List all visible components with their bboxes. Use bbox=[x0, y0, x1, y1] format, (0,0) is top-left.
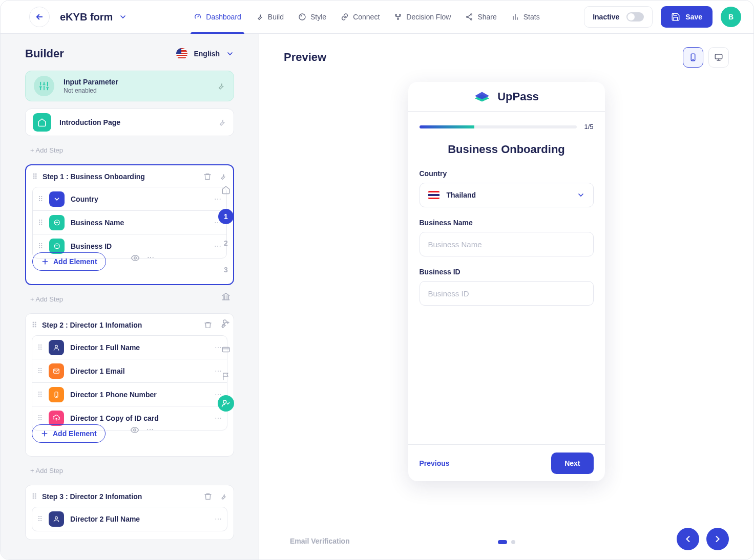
tab-label: Build bbox=[268, 13, 284, 21]
trash-icon[interactable] bbox=[204, 492, 212, 501]
tab-dashboard[interactable]: Dashboard bbox=[194, 1, 241, 34]
drag-icon[interactable]: ⠿ bbox=[37, 391, 43, 399]
stats-icon bbox=[511, 13, 519, 21]
tab-share[interactable]: Share bbox=[465, 1, 496, 34]
plus-icon bbox=[40, 429, 49, 438]
carousel-prev-button[interactable] bbox=[677, 528, 699, 550]
country-select[interactable]: Thailand bbox=[420, 183, 594, 207]
bizid-input[interactable] bbox=[420, 281, 594, 306]
element-director1-name[interactable]: ⠿ Director 1 Full Name ⋯ bbox=[32, 336, 227, 359]
save-button[interactable]: Save bbox=[661, 6, 713, 28]
bottom-caption: Email Verification bbox=[290, 537, 350, 545]
mini-step-3[interactable]: 3 bbox=[218, 262, 234, 277]
mini-user-check[interactable] bbox=[218, 395, 234, 412]
trash-icon[interactable] bbox=[204, 321, 212, 329]
gear-icon[interactable] bbox=[219, 173, 227, 181]
speedometer-icon bbox=[194, 13, 202, 21]
add-step-button[interactable]: + Add Step bbox=[25, 464, 234, 478]
avatar-letter: B bbox=[728, 13, 734, 21]
drag-icon[interactable]: ⠿ bbox=[37, 367, 43, 375]
upload-icon bbox=[49, 411, 64, 426]
step-card-1[interactable]: ⠿ Step 1 : Business Onboarding ⠿ Country bbox=[25, 164, 234, 285]
previous-button[interactable]: Previous bbox=[420, 459, 450, 467]
progress-bar bbox=[420, 125, 577, 128]
mini-flag[interactable] bbox=[218, 369, 234, 384]
element-country[interactable]: ⠿ Country ⋯ bbox=[33, 187, 226, 211]
plus-icon bbox=[41, 257, 49, 266]
back-button[interactable] bbox=[29, 7, 50, 27]
bizname-input[interactable] bbox=[420, 232, 594, 256]
brand-logo-icon bbox=[474, 91, 490, 102]
chat-icon bbox=[49, 239, 65, 254]
device-desktop-button[interactable] bbox=[708, 47, 729, 68]
element-director1-email[interactable]: ⠿ Director 1 Email ⋯ bbox=[32, 359, 227, 383]
eye-icon[interactable] bbox=[130, 425, 139, 435]
flag-us-icon bbox=[176, 48, 187, 59]
avatar[interactable]: B bbox=[721, 7, 741, 27]
gear-icon[interactable] bbox=[219, 492, 227, 501]
input-param-subtitle: Not enabled bbox=[64, 87, 118, 94]
drag-icon[interactable]: ⠿ bbox=[32, 492, 37, 501]
mini-card[interactable] bbox=[218, 342, 234, 357]
element-business-name[interactable]: ⠿ Business Name ⋯ bbox=[33, 211, 226, 234]
form-title[interactable]: eKYB form bbox=[60, 11, 127, 23]
tab-connect[interactable]: Connect bbox=[341, 1, 380, 34]
country-value: Thailand bbox=[447, 191, 476, 199]
drag-icon[interactable]: ⠿ bbox=[38, 219, 43, 227]
next-button[interactable]: Next bbox=[551, 453, 593, 474]
more-icon[interactable]: ⋯ bbox=[147, 253, 154, 263]
form-title-text: eKYB form bbox=[60, 11, 113, 23]
step-card-3[interactable]: ⠿ Step 3 : Director 2 Infomation ⠿ Direc… bbox=[25, 485, 234, 540]
carousel-dots bbox=[498, 540, 515, 544]
more-icon[interactable]: ⋯ bbox=[146, 425, 154, 435]
device-mobile-button[interactable] bbox=[683, 47, 703, 68]
tab-stats[interactable]: Stats bbox=[511, 1, 540, 34]
tab-decision-flow[interactable]: Decision Flow bbox=[394, 1, 451, 34]
nav-tabs: Dashboard Build Style Connect Decision F… bbox=[194, 1, 539, 34]
svg-point-12 bbox=[133, 429, 136, 432]
chevron-down-icon bbox=[577, 191, 585, 199]
flow-icon bbox=[394, 13, 402, 21]
drag-icon[interactable]: ⠿ bbox=[38, 242, 43, 250]
add-element-button[interactable]: Add Element bbox=[32, 424, 106, 443]
mini-step-1[interactable]: 1 bbox=[218, 209, 234, 224]
add-step-button[interactable]: + Add Step bbox=[25, 143, 234, 157]
desktop-icon bbox=[714, 53, 723, 62]
card-input-parameter[interactable]: Input Parameter Not enabled bbox=[25, 71, 234, 101]
eye-icon[interactable] bbox=[131, 253, 140, 263]
mini-home[interactable] bbox=[218, 182, 234, 198]
card-introduction[interactable]: Introduction Page bbox=[25, 109, 234, 136]
status-toggle[interactable]: Inactive bbox=[584, 6, 653, 28]
add-element-button[interactable]: Add Element bbox=[32, 252, 106, 271]
dot-active[interactable] bbox=[498, 540, 507, 544]
arrow-left-icon bbox=[35, 12, 44, 21]
step-card-2[interactable]: ⠿ Step 2 : Director 1 Infomation ⠿ Direc… bbox=[25, 313, 234, 457]
chevron-left-icon bbox=[683, 534, 693, 544]
gear-icon[interactable] bbox=[216, 81, 225, 91]
element-director2-name[interactable]: ⠿ Director 2 Full Name ⋯ bbox=[32, 507, 227, 531]
dot[interactable] bbox=[511, 540, 515, 544]
drag-icon[interactable]: ⠿ bbox=[38, 195, 43, 203]
drag-icon[interactable]: ⠿ bbox=[37, 414, 43, 422]
drag-icon[interactable]: ⠿ bbox=[37, 343, 43, 352]
carousel-next-button[interactable] bbox=[706, 528, 729, 550]
tab-style[interactable]: Style bbox=[298, 1, 326, 34]
language-selector[interactable]: English bbox=[176, 48, 234, 59]
tab-label: Connect bbox=[353, 13, 380, 21]
mini-user-add[interactable] bbox=[218, 315, 234, 331]
drag-icon[interactable]: ⠿ bbox=[32, 321, 37, 329]
more-icon[interactable]: ⋯ bbox=[215, 515, 222, 523]
switch-icon bbox=[626, 12, 644, 21]
drag-icon[interactable]: ⠿ bbox=[37, 515, 43, 523]
add-step-button[interactable]: + Add Step bbox=[25, 292, 234, 306]
drag-icon[interactable]: ⠿ bbox=[32, 173, 37, 181]
gear-icon[interactable] bbox=[217, 118, 226, 127]
trash-icon[interactable] bbox=[203, 173, 212, 181]
save-icon bbox=[671, 12, 680, 21]
tab-label: Stats bbox=[523, 13, 540, 21]
chevron-down-icon bbox=[119, 13, 127, 21]
mini-step-2[interactable]: 2 bbox=[218, 235, 234, 251]
element-director1-phone[interactable]: ⠿ Director 1 Phone Number ⋯ bbox=[32, 383, 227, 406]
tab-build[interactable]: Build bbox=[256, 1, 284, 34]
mini-bank[interactable] bbox=[218, 289, 234, 304]
